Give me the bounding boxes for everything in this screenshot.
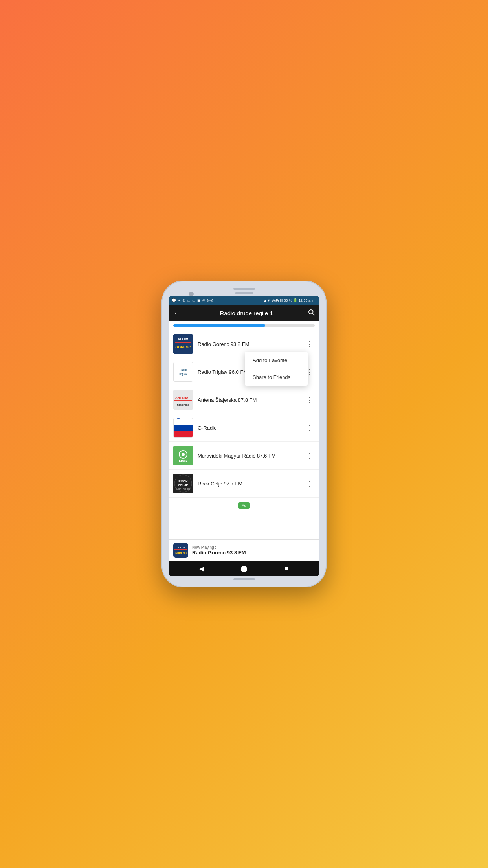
status-bar: 💬 ✦ ⊙ ▭ ▭ ▣ ◎ ((•)) ▲▼ WiFi ||| 80 % 🔋 1… <box>169 296 319 305</box>
svg-text:Triglav: Triglav <box>179 373 187 376</box>
svg-rect-22 <box>173 543 188 558</box>
svg-text:100% ROCK: 100% ROCK <box>176 488 190 490</box>
flag-red <box>174 431 193 437</box>
search-button[interactable] <box>308 309 315 318</box>
fan-icon: ✦ <box>178 298 181 302</box>
svg-rect-24 <box>174 549 187 550</box>
bottom-nav: ◀ ⬤ ■ <box>169 561 319 576</box>
radio-logo-gradio <box>173 418 193 438</box>
radio-item-antena[interactable]: ANTENA Štajerska Antena Štajerska 87.8 F… <box>169 386 319 414</box>
phone-screen: 💬 ✦ ⊙ ▭ ▭ ▣ ◎ ((•)) ▲▼ WiFi ||| 80 % 🔋 1… <box>169 296 319 576</box>
svg-point-15 <box>182 453 185 456</box>
now-playing-logo: 93.8 FM GORENC <box>173 543 188 558</box>
radio-icon: ((•)) <box>207 298 213 302</box>
radio-logo-antena: ANTENA Štajerska <box>173 390 193 410</box>
phone-earpiece <box>235 292 253 294</box>
screen-icon: ▭ <box>187 298 191 302</box>
radio-name-antena: Antena Štajerska 87.8 FM <box>198 397 305 403</box>
add-favorite-button[interactable]: Add to Favorite <box>245 352 308 369</box>
nav-bar: ← Radio druge regije 1 <box>169 305 319 321</box>
progress-bar-track <box>173 324 315 327</box>
context-menu: Add to Favorite Share to Friends <box>245 352 308 386</box>
radio-item-gorenc[interactable]: 93.8 FM GORENC Radio Gorenc 93.8 FM ⋮ Ad… <box>169 330 319 358</box>
more-button-mmr[interactable]: ⋮ <box>305 451 315 461</box>
time: 12:56 a. m. <box>299 298 316 302</box>
svg-text:CELJE: CELJE <box>178 484 188 487</box>
progress-bar-fill <box>173 324 265 327</box>
radio-name-gorenc: Radio Gorenc 93.8 FM <box>198 341 305 347</box>
svg-text:GORENC: GORENC <box>175 345 191 349</box>
svg-text:Radio: Radio <box>180 368 187 371</box>
nav-recent-button[interactable]: ■ <box>281 563 292 574</box>
now-playing-bar: 93.8 FM GORENC Now Playing : Radio Goren… <box>169 539 319 561</box>
flag-slovenia <box>174 418 193 437</box>
more-button-rock[interactable]: ⋮ <box>305 478 315 489</box>
now-playing-name: Radio Gorenc 93.8 FM <box>192 550 246 555</box>
radio-item-gradio[interactable]: G-Radio ⋮ <box>169 414 319 442</box>
radio-logo-gorenc: 93.8 FM GORENC <box>173 334 193 354</box>
radio-logo-rock: ROCK CELJE 100% ROCK <box>173 474 193 493</box>
status-icons-right: ▲▼ WiFi ||| 80 % 🔋 12:56 a. m. <box>264 298 316 302</box>
screen2-icon: ▭ <box>192 298 196 302</box>
back-button[interactable]: ← <box>173 309 180 317</box>
svg-text:Štajerska: Štajerska <box>177 403 189 406</box>
radio-name-gradio: G-Radio <box>198 425 305 431</box>
more-button-gorenc[interactable]: ⋮ <box>305 339 315 349</box>
now-playing-info: Now Playing : Radio Gorenc 93.8 FM <box>192 545 246 555</box>
svg-text:93.8 FM: 93.8 FM <box>178 338 188 341</box>
radio-list: 93.8 FM GORENC Radio Gorenc 93.8 FM ⋮ Ad… <box>169 330 319 539</box>
ad-area: Ad <box>169 498 319 512</box>
now-playing-label: Now Playing : <box>192 545 246 550</box>
status-icons-left: 💬 ✦ ⊙ ▭ ▭ ▣ ◎ ((•)) <box>172 298 213 302</box>
flag-blue <box>174 425 193 431</box>
svg-text:ANTENA: ANTENA <box>175 396 189 399</box>
phone-speaker <box>233 288 255 290</box>
svg-text:MMR: MMR <box>179 459 187 463</box>
circle-icon: ◎ <box>202 298 205 302</box>
image-icon: ▣ <box>197 298 201 302</box>
progress-area <box>169 321 319 330</box>
radio-logo-mmr: MMR <box>173 446 193 465</box>
wifi2-icon: WiFi <box>272 298 279 302</box>
svg-rect-2 <box>173 334 193 354</box>
svg-text:GORENC: GORENC <box>175 552 187 554</box>
radio-item-mmr[interactable]: MMR Muravidéki Magyar Rádió 87.6 FM ⋮ <box>169 442 319 470</box>
more-button-antena[interactable]: ⋮ <box>305 395 315 405</box>
phone-bottom-speaker <box>233 578 255 580</box>
nav-title: Radio druge regije 1 <box>185 310 308 316</box>
messenger-icon: 💬 <box>172 298 176 302</box>
radio-item-rock[interactable]: ROCK CELJE 100% ROCK Rock Celje 97.7 FM … <box>169 470 319 498</box>
flag-white <box>174 418 193 425</box>
svg-line-1 <box>312 313 314 315</box>
nav-home-button[interactable]: ⬤ <box>238 563 250 574</box>
battery-percent: 80 % <box>284 298 292 302</box>
flag-star <box>176 418 181 420</box>
phone-frame: 💬 ✦ ⊙ ▭ ▭ ▣ ◎ ((•)) ▲▼ WiFi ||| 80 % 🔋 1… <box>161 281 327 587</box>
share-friends-button[interactable]: Share to Friends <box>245 369 308 386</box>
ad-badge: Ad <box>238 502 249 509</box>
signal-icon: ||| <box>280 298 283 302</box>
radio-name-mmr: Muravidéki Magyar Rádió 87.6 FM <box>198 453 305 459</box>
svg-text:93.8 FM: 93.8 FM <box>177 546 185 549</box>
svg-text:ROCK: ROCK <box>178 480 188 483</box>
nav-back-button[interactable]: ◀ <box>196 563 207 574</box>
more-button-gradio[interactable]: ⋮ <box>305 423 315 433</box>
svg-rect-11 <box>174 400 192 401</box>
svg-rect-4 <box>175 342 191 343</box>
wifi-icon: ▲▼ <box>264 298 271 302</box>
battery-icon: 🔋 <box>293 298 297 302</box>
radio-name-rock: Rock Celje 97.7 FM <box>198 481 305 487</box>
radio-logo-triglav: Radio Triglav <box>173 362 193 382</box>
sync-icon: ⊙ <box>182 298 185 302</box>
svg-rect-6 <box>174 362 193 381</box>
